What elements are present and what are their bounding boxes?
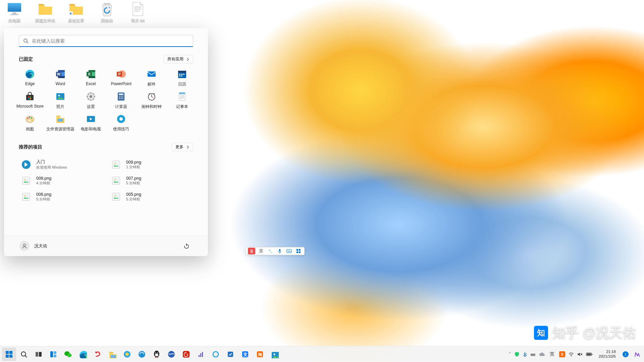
tray-volume-muted-icon[interactable] [577, 352, 583, 357]
image-icon [111, 175, 121, 186]
recycle-bin-icon [99, 1, 115, 17]
ime-toolbar[interactable]: S 英 °, [246, 247, 305, 255]
taskbar-widgets[interactable] [46, 348, 60, 361]
recommended-more-button[interactable]: 更多 [172, 143, 193, 151]
taskbar-netease-music[interactable] [179, 348, 193, 361]
image-icon [21, 175, 32, 186]
pinned-app-calendar[interactable]: 日历 [167, 67, 197, 88]
taskbar-start[interactable] [2, 348, 16, 361]
desktop-icon-label: 回收站 [101, 18, 113, 23]
taskbar-search[interactable] [17, 348, 31, 361]
tray-drive-icon[interactable] [530, 352, 536, 357]
pinned-app-word[interactable]: WWord [45, 67, 76, 88]
pinned-app-alarms[interactable]: 闹钟和时钟 [137, 90, 167, 111]
recommended-item[interactable]: 005.png5 分钟前 [109, 189, 193, 204]
recommended-item[interactable]: 006.png5 分钟前 [19, 189, 103, 204]
svg-rect-133 [200, 353, 201, 357]
store-icon [24, 91, 35, 102]
taskbar-taobao[interactable]: 淘 [253, 348, 267, 361]
desktop-icon-txt-file[interactable]: 简介.txt [125, 1, 151, 23]
desktop-icon-recycle-bin[interactable]: 回收站 [94, 1, 120, 23]
start-footer: 况天佑 [4, 235, 208, 256]
tray-sogou-icon[interactable]: S [559, 351, 565, 357]
ime-lang[interactable]: 英 [257, 248, 265, 254]
taskbar-todo[interactable] [223, 348, 237, 361]
taskbar-browser-360[interactable] [120, 348, 134, 361]
taskbar-monitor[interactable] [194, 348, 208, 361]
watermark-text: 知乎 @况天佑 [552, 323, 636, 342]
image-icon [21, 191, 32, 202]
svg-rect-31 [179, 75, 180, 76]
taskbar-browser-ball[interactable] [164, 348, 178, 361]
tray-wifi-icon[interactable] [569, 352, 574, 357]
tray-shield-icon[interactable] [514, 352, 520, 357]
pinned-app-paint[interactable]: 画图 [15, 112, 45, 133]
svg-point-9 [24, 39, 27, 42]
tray-ime-lang[interactable]: 英 [548, 351, 556, 357]
taskbar-right: ˄ 英 S 21:18 2021/10/5 1 [507, 350, 642, 359]
pinned-app-tips[interactable]: 使用技巧 [106, 112, 137, 133]
search-input[interactable] [32, 38, 189, 44]
pinned-app-movies-tv[interactable]: 电影和电视 [75, 112, 106, 133]
taskbar-cortana[interactable] [209, 348, 223, 361]
taskbar-wechat[interactable] [61, 348, 75, 361]
tray-bluetooth-icon[interactable] [523, 352, 527, 357]
pinned-app-notepad[interactable]: 记事本 [167, 90, 197, 111]
taskbar-edge[interactable] [76, 348, 90, 361]
svg-rect-128 [155, 357, 156, 358]
ime-punct-icon[interactable]: °, [267, 248, 274, 254]
desktop-icon-shortcut-folder[interactable]: 原创文章 [63, 1, 89, 23]
desktop-icon-new-folder[interactable]: 新建文件夹 [33, 1, 58, 23]
tray-chevron-icon[interactable]: ˄ [509, 352, 511, 357]
svg-rect-149 [587, 353, 591, 355]
svg-line-10 [27, 42, 28, 43]
svg-point-144 [534, 354, 535, 355]
svg-point-52 [119, 97, 120, 98]
tray-battery-icon[interactable] [586, 352, 593, 356]
ime-grid-icon[interactable] [295, 248, 302, 254]
taskbar-file-explorer[interactable] [105, 348, 119, 361]
pinned-app-excel[interactable]: XExcel [75, 67, 106, 88]
copilot-icon[interactable] [633, 350, 642, 359]
pinned-app-store[interactable]: Microsoft Store [15, 90, 45, 111]
pinned-app-settings[interactable]: 设置 [75, 90, 106, 111]
svg-text:支: 支 [243, 352, 248, 357]
recommended-item[interactable]: 009.png1 分钟前 [109, 157, 193, 172]
pinned-app-calculator[interactable]: 计算器 [106, 90, 137, 111]
ime-keyboard-icon[interactable] [285, 248, 293, 254]
recommended-item[interactable]: 008.png4 分钟前 [19, 173, 103, 188]
rec-title: 009.png [126, 160, 141, 165]
taskbar-tencent-browser[interactable] [135, 348, 149, 361]
all-apps-button[interactable]: 所有应用 [164, 55, 193, 63]
pinned-app-powerpoint[interactable]: PPowerPoint [106, 67, 137, 88]
pinned-header: 已固定 所有应用 [15, 55, 197, 66]
svg-point-54 [122, 97, 123, 98]
pinned-app-edge[interactable]: Edge [15, 67, 45, 88]
pinned-app-photos[interactable]: 照片 [45, 90, 76, 111]
pinned-title: 已固定 [19, 56, 33, 62]
ime-sogou-icon[interactable]: S [248, 248, 255, 254]
taskbar-task-view[interactable] [32, 348, 46, 361]
start-search[interactable] [19, 35, 193, 47]
taskbar-clock[interactable]: 21:18 2021/10/5 [596, 350, 619, 359]
svg-point-99 [289, 250, 290, 251]
notification-badge[interactable]: 1 [623, 351, 629, 357]
ime-mic-icon[interactable] [276, 248, 283, 254]
taskbar-photos[interactable] [268, 348, 282, 361]
pinned-app-mail[interactable]: 邮件 [137, 67, 167, 88]
recommended-item[interactable]: 入门欢迎使用 Windows [19, 157, 103, 172]
taskbar-sogou[interactable] [91, 348, 105, 361]
power-button[interactable] [180, 240, 193, 252]
desktop-icon-this-pc[interactable]: 此电脑 [2, 1, 27, 23]
image-icon [111, 191, 121, 202]
svg-rect-37 [30, 98, 31, 100]
rec-subtitle: 1 分钟前 [126, 165, 141, 170]
recommended-item[interactable]: 007.png5 分钟前 [109, 173, 193, 188]
svg-point-98 [288, 250, 289, 251]
tray-cloud-icon[interactable] [539, 352, 545, 356]
taskbar-alipay[interactable]: 支 [238, 348, 252, 361]
pinned-app-file-explorer[interactable]: 文件资源管理器 [45, 112, 76, 133]
user-profile[interactable]: 况天佑 [19, 241, 47, 251]
taskbar-qq[interactable] [150, 348, 164, 361]
svg-point-82 [24, 179, 26, 180]
